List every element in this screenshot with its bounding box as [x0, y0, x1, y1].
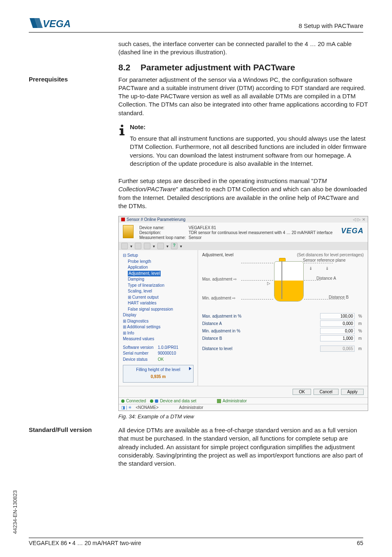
- description-value: TDR sensor for continuous level measurem…: [189, 230, 335, 235]
- dtm-screenshot: Sensor # Online Parametrierung ◁ ▷ ✕ Dev…: [118, 216, 368, 420]
- min-adj-pct-label: Min. adjustment in %: [202, 329, 320, 333]
- tree-item-current-output[interactable]: Current output: [132, 295, 159, 299]
- note-block: Note: To ensure that all instrument func…: [118, 123, 368, 171]
- further-paragraph: Further setup steps are described in the…: [118, 177, 368, 210]
- status-connected: Connected: [126, 399, 146, 403]
- max-adj-pct-input[interactable]: [320, 313, 355, 319]
- prerequisites-body: For parameter adjustment of the sensor v…: [118, 76, 368, 117]
- svg-point-4: [121, 125, 123, 127]
- device-status: OK: [158, 357, 195, 363]
- status-admin2: Administrator: [179, 405, 203, 410]
- toolbar-button[interactable]: [121, 243, 128, 249]
- status-dataset: Device and data set: [160, 399, 196, 403]
- distance-to-level-label: Distance to level: [202, 346, 320, 351]
- intro-paragraph: such cases, the interface converter can …: [118, 40, 368, 57]
- figure-caption: Fig. 34: Example of a DTM view: [118, 413, 368, 420]
- tree-item-application[interactable]: Application: [121, 265, 195, 271]
- loop-label: Measurement loop name:: [139, 235, 189, 240]
- tree-item-damping[interactable]: Damping: [121, 276, 195, 283]
- page-header: VEGA 8 Setup with PACTware: [29, 16, 363, 32]
- toolbar-button[interactable]: [135, 243, 141, 249]
- svg-text:VEGA: VEGA: [43, 18, 71, 29]
- note-body: To ensure that all instrument functions …: [130, 135, 368, 168]
- tree-display[interactable]: Display: [121, 312, 195, 318]
- cancel-button[interactable]: Cancel: [314, 389, 339, 395]
- device-name: VEGAFLEX 81: [189, 225, 335, 230]
- device-name-label: Device name:: [139, 225, 189, 230]
- user-icon: [217, 399, 221, 403]
- min-adj-pct-input[interactable]: [320, 328, 355, 334]
- unit: m: [357, 321, 364, 326]
- tree-setup[interactable]: Setup: [127, 253, 138, 258]
- expand-icon: [189, 367, 191, 370]
- standard-full-body: All device DTMs are available as a free-…: [118, 426, 368, 468]
- device-status-label: Device status: [123, 357, 158, 363]
- distance-b-label: Distance B: [329, 295, 348, 299]
- distance-to-level-input: [320, 346, 355, 352]
- tree-item-linearization[interactable]: Type of linearization: [121, 283, 195, 289]
- ref-plane-label: Sensor reference plane: [303, 258, 346, 262]
- panel-title: Adjustment, level: [202, 253, 233, 257]
- tree-item-probe-length[interactable]: Probe length: [121, 259, 195, 265]
- unit: %: [357, 329, 364, 333]
- db-icon: [155, 399, 158, 403]
- tree-measured[interactable]: Measured values: [121, 336, 195, 342]
- max-adjustment-label: Max. adjustment: [202, 277, 232, 281]
- svg-rect-7: [120, 134, 125, 135]
- vega-brand: VEGA: [341, 225, 364, 235]
- sync-icon: [150, 399, 153, 403]
- note-title: Note:: [130, 123, 368, 131]
- status-admin: Administrator: [223, 399, 247, 403]
- footer-left: VEGAFLEX 86 • 4 … 20 mA/HART two-wire: [29, 540, 141, 546]
- serial-number: 90000010: [158, 350, 195, 357]
- header-breadcrumb: 8 Setup with PACTware: [299, 16, 363, 29]
- tree-item-false-signal[interactable]: False signal suppression: [121, 306, 195, 313]
- help-button[interactable]: ?: [171, 243, 178, 249]
- max-adj-pct-label: Max. adjustment in %: [202, 314, 320, 318]
- svg-rect-6: [120, 128, 122, 130]
- sidebar-standard-full: Standard/Full version: [29, 426, 107, 473]
- tree-info[interactable]: Info: [127, 331, 134, 335]
- serial-number-label: Serial number: [123, 350, 158, 357]
- window-app-icon: [121, 218, 125, 221]
- info-icon: [118, 123, 126, 171]
- tree-diagnostics[interactable]: Diagnostics: [127, 319, 149, 323]
- adjustment-diagram: Sensor reference plane Distance A Distan…: [202, 260, 364, 310]
- page-footer: VEGAFLEX 86 • 4 … 20 mA/HART two-wire 65: [29, 538, 363, 546]
- status-noname: <NONAME>: [136, 405, 159, 410]
- panel-subtitle: (Set distances for level percentages): [297, 253, 364, 257]
- tree-item-scaling[interactable]: Scaling, level: [121, 288, 195, 295]
- doc-id-rotated: 44234-EN-130823: [12, 490, 18, 534]
- section-number: 8.2: [118, 63, 133, 72]
- unit: m: [357, 346, 364, 351]
- loop-value: Sensor: [189, 235, 335, 240]
- section-heading: 8.2 Parameter adjustment with PACTware: [118, 63, 368, 72]
- window-titlebar: Sensor # Online Parametrierung ◁ ▷ ✕: [119, 216, 368, 223]
- min-adjustment-label: Min. adjustment: [202, 296, 231, 300]
- window-title: Sensor # Online Parametrierung: [127, 217, 185, 222]
- distance-b-field-label: Distance B: [202, 336, 320, 341]
- filling-height-value: 0,935 m: [125, 374, 191, 380]
- sw-version: 1.0.0/PR01: [158, 345, 195, 351]
- vega-logo: VEGA: [29, 16, 78, 30]
- nav-tree: ⊟ Setup Probe length Application Adjustm…: [119, 250, 198, 386]
- ok-button[interactable]: OK: [293, 389, 311, 395]
- toolbar-button[interactable]: [157, 243, 164, 249]
- section-title: Parameter adjustment with PACTware: [141, 63, 295, 72]
- sensor-icon: [123, 225, 134, 238]
- footer-page-number: 65: [357, 540, 363, 546]
- tree-item-adjustment-level[interactable]: Adjustment, level: [128, 271, 161, 277]
- sw-version-label: Software version: [123, 345, 158, 351]
- apply-button[interactable]: Apply: [341, 389, 364, 395]
- distance-b-input[interactable]: [320, 335, 355, 341]
- tree-additional[interactable]: Additional settings: [127, 325, 160, 329]
- unit: %: [357, 314, 364, 318]
- distance-a-input[interactable]: [320, 320, 355, 327]
- filling-height-panel[interactable]: Filling height of the level 0,935 m: [123, 365, 194, 383]
- window-tab-controls[interactable]: ◁ ▷ ✕: [353, 217, 365, 222]
- tree-item-hart[interactable]: HART variables: [121, 300, 195, 306]
- distance-a-field-label: Distance A: [202, 321, 320, 326]
- toolbar-button[interactable]: [144, 243, 150, 249]
- sidebar-prerequisites: Prerequisites: [29, 76, 107, 427]
- toolbar: ▾ ▾ ▾ ?▾: [119, 242, 368, 250]
